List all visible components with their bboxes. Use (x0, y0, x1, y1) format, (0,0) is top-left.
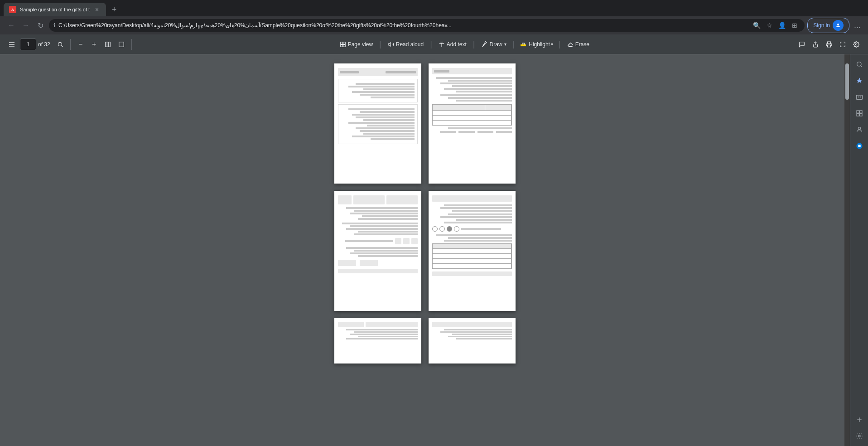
read-aloud-button[interactable]: Read aloud (384, 38, 427, 51)
svg-point-24 (858, 127, 860, 130)
pdf-viewer[interactable] (0, 54, 850, 446)
svg-rect-3 (9, 46, 14, 46)
user-avatar (833, 20, 844, 31)
forward-button[interactable]: → (20, 19, 32, 31)
sidebar-profile-icon[interactable] (853, 123, 866, 136)
svg-line-5 (61, 45, 63, 47)
zoom-out-button[interactable]: − (74, 38, 87, 51)
extensions-icon[interactable]: ⊞ (789, 20, 800, 31)
more-options-button[interactable]: ... (852, 21, 863, 30)
page-total-label: of 32 (38, 41, 50, 48)
browser-tab[interactable]: A Sample question of the gifts of t × (4, 3, 106, 16)
back-button[interactable]: ← (5, 19, 17, 31)
new-tab-button[interactable]: + (108, 3, 121, 16)
page-row-3 (334, 318, 516, 364)
svg-rect-14 (828, 45, 831, 47)
sidebar-search-icon[interactable] (853, 58, 866, 71)
pdf-search-button[interactable] (54, 38, 67, 51)
svg-rect-23 (859, 114, 862, 116)
zoom-fit-button[interactable] (101, 38, 114, 51)
sidebar-outlook-icon[interactable] (853, 140, 866, 152)
svg-rect-7 (119, 42, 124, 47)
zoom-in-button[interactable]: + (88, 38, 101, 51)
profile-icon[interactable]: 👤 (776, 20, 787, 31)
sidebar-settings-icon[interactable] (853, 430, 866, 442)
svg-point-16 (857, 62, 861, 66)
svg-rect-8 (340, 42, 342, 44)
pdf-page-2[interactable] (429, 63, 516, 184)
svg-rect-21 (859, 111, 862, 113)
zoom-page-button[interactable] (115, 38, 128, 51)
address-text: C:/Users/Green%20rayan/Desktop/ali/4آسما… (58, 22, 748, 29)
toolbar-separator-5: | (559, 39, 561, 49)
svg-rect-12 (521, 44, 526, 46)
svg-rect-2 (9, 44, 14, 44)
page-navigation: 1 of 32 (20, 39, 50, 50)
sidebar-copilot-icon[interactable] (853, 74, 866, 87)
svg-rect-9 (343, 42, 345, 44)
svg-rect-11 (343, 44, 345, 47)
erase-button[interactable]: Erase (564, 38, 593, 51)
address-bar[interactable]: ℹ C:/Users/Green%20rayan/Desktop/ali/4آس… (49, 19, 805, 32)
tab-title: Sample question of the gifts of t (20, 7, 90, 12)
main-area (0, 54, 868, 446)
draw-label: Draw (490, 41, 502, 48)
pdf-page-3[interactable] (334, 191, 421, 311)
sidebar-collections-icon[interactable] (853, 107, 866, 120)
draw-button[interactable]: Draw ▾ (478, 38, 510, 51)
read-aloud-label: Read aloud (396, 41, 424, 48)
tab-close-button[interactable]: × (93, 6, 101, 13)
pdf-page-1[interactable] (334, 63, 421, 184)
svg-point-19 (860, 97, 861, 97)
svg-rect-10 (340, 44, 342, 47)
comment-button[interactable] (796, 38, 808, 51)
edge-sidebar (850, 54, 868, 446)
svg-point-15 (855, 44, 857, 45)
zoom-controls: − + (74, 38, 128, 51)
toolbar-divider-1 (70, 39, 71, 50)
fullscreen-button[interactable] (836, 38, 849, 51)
pdf-page-6[interactable] (429, 318, 516, 364)
share-button[interactable] (809, 38, 822, 51)
toolbar-separator-3: | (473, 39, 475, 49)
sidebar-add-icon[interactable] (853, 413, 866, 426)
reload-button[interactable]: ↻ (34, 19, 46, 31)
toolbar-tools: Page view | Read aloud | Add text | Draw… (135, 38, 794, 51)
page-view-label: Page view (348, 41, 373, 48)
pdf-page-5[interactable] (334, 318, 421, 364)
highlight-button[interactable]: Highlight ▾ (517, 39, 556, 49)
highlight-chevron: ▾ (551, 42, 553, 47)
toolbar-right-actions (796, 38, 863, 51)
erase-label: Erase (575, 41, 589, 48)
tab-favicon: A (9, 6, 16, 13)
svg-point-0 (837, 24, 839, 25)
add-text-label: Add text (447, 41, 467, 48)
svg-rect-20 (857, 111, 859, 113)
favorites-icon[interactable]: ☆ (764, 20, 775, 31)
settings-button[interactable] (850, 38, 863, 51)
toolbar-separator-2: | (430, 39, 432, 49)
page-row-2 (334, 191, 516, 311)
svg-point-28 (858, 435, 860, 437)
sidebar-games-icon[interactable] (853, 91, 866, 103)
page-view-button[interactable]: Page view (336, 38, 376, 51)
toolbar-divider-2 (131, 39, 132, 50)
svg-rect-1 (9, 42, 14, 43)
draw-chevron: ▾ (504, 42, 506, 47)
add-text-button[interactable]: Add text (435, 38, 470, 51)
search-icon[interactable]: 🔍 (751, 20, 762, 31)
toolbar-separator-1: | (379, 39, 381, 49)
svg-line-17 (861, 66, 862, 67)
highlight-label: Highlight (529, 41, 550, 48)
print-button[interactable] (823, 38, 835, 51)
sign-in-label: Sign in (813, 22, 830, 29)
svg-point-4 (58, 42, 62, 46)
sign-in-button[interactable]: Sign in (807, 18, 849, 33)
toolbar-separator-4: | (513, 39, 515, 49)
address-info-icon: ℹ (53, 22, 56, 29)
svg-rect-22 (857, 114, 859, 116)
pdf-page-4[interactable] (429, 191, 516, 311)
page-row-1 (334, 63, 516, 184)
page-number-input[interactable]: 1 (20, 39, 36, 50)
sidebar-toggle-button[interactable] (5, 38, 18, 51)
